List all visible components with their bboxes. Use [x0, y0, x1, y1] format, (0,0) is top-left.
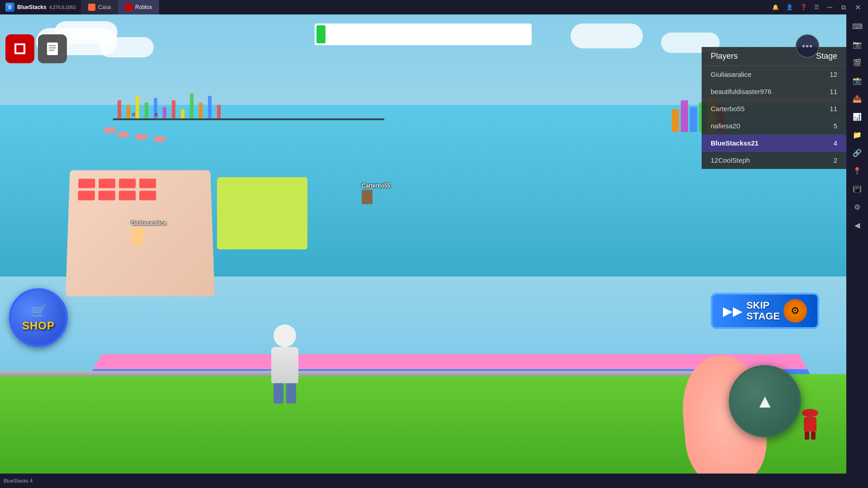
notification-icon[interactable]: 🔔: [769, 3, 782, 11]
skip-arrows-icon: ▶▶: [723, 304, 743, 319]
rs-1: [78, 179, 95, 188]
sidebar-icon-4[interactable]: 📸: [849, 72, 865, 89]
account-icon[interactable]: 👤: [783, 3, 796, 11]
sidebar-icon-2[interactable]: 📷: [849, 36, 865, 52]
x-mark-2: ✕: [154, 112, 158, 118]
bottombar-status: BlueStacks 4: [4, 478, 33, 483]
player-beautiful: beautifuldisaster976: [711, 88, 771, 95]
menu-icon[interactable]: ☰: [811, 3, 822, 11]
cloud-3: [99, 37, 154, 57]
player-carter: Carterbo55: [711, 105, 745, 113]
svg-rect-1: [16, 45, 24, 52]
block-red-3: [217, 105, 221, 118]
stage-beautiful: 11: [830, 88, 837, 95]
block-purple-1: [163, 107, 166, 118]
tab-roblox[interactable]: Roblox: [118, 0, 159, 14]
player-head: [274, 324, 296, 347]
stage-bluestacks: 4: [834, 139, 837, 147]
stage-giulia: 12: [830, 70, 837, 78]
scoreboard: Players Stage Giuliasaralice 12 beautifu…: [702, 47, 846, 169]
restore-button[interactable]: ⧉: [838, 3, 849, 12]
svg-rect-2: [47, 42, 58, 55]
titlebar: B BlueStacks 4.270.0.1053 Casa Roblox 🔔 …: [0, 0, 868, 14]
ground-border: [0, 371, 756, 376]
shop-button[interactable]: 🛒 SHOP: [9, 288, 68, 347]
notes-icon[interactable]: [38, 34, 67, 63]
rs-8: [139, 191, 156, 200]
close-button[interactable]: ✕: [851, 2, 864, 13]
bottombar: BlueStacks 4: [0, 474, 868, 488]
yellow-green-platform: [217, 177, 307, 249]
red-char-head: [802, 409, 818, 417]
block-orange-2: [199, 103, 203, 118]
giulia-player: Giuliasaralice: [131, 220, 166, 244]
block-green-1: [145, 103, 148, 118]
bluestacks-icon: B: [5, 3, 14, 12]
right-sidebar: ⌨ 📷 🎬 📸 📤 📊 📁 🔗 📍 📳 ⚙ ◀: [846, 14, 868, 474]
skip-stage-button[interactable]: ▶▶ SKIP STAGE ⚙: [711, 293, 819, 329]
block-yellow-2: [181, 109, 184, 118]
sidebar-icon-12[interactable]: ◀: [849, 217, 865, 233]
sidebar-icon-5[interactable]: 📤: [849, 90, 865, 107]
scoreboard-players-label: Players: [711, 52, 738, 61]
player-bluestacks: BlueStackss21: [711, 139, 759, 147]
topleft-icons: [5, 34, 67, 63]
scoreboard-row-coolsteph: 12CoolSteph 2: [702, 152, 846, 169]
red-squares-grid: [78, 179, 157, 201]
svg-rect-5: [49, 50, 54, 51]
more-options-button[interactable]: •••: [796, 34, 819, 58]
rs-6: [98, 191, 115, 200]
block-yellow-1: [136, 96, 139, 118]
scoreboard-header: Players Stage: [702, 47, 846, 66]
block-red-1: [118, 100, 121, 118]
sidebar-icon-7[interactable]: 📁: [849, 127, 865, 143]
pink-block-3: [136, 134, 147, 140]
stage-coolsteph: 2: [834, 156, 837, 164]
sidebar-icon-11[interactable]: ⚙: [849, 199, 865, 215]
scoreboard-row-carter: Carterbo55 11: [702, 100, 846, 117]
help-icon[interactable]: ❓: [797, 3, 810, 11]
main-player: [271, 347, 298, 383]
svg-rect-4: [49, 47, 56, 48]
player-leg-right: [286, 383, 296, 404]
progress-bar-fill: [316, 25, 326, 43]
block-far-purple: [681, 100, 688, 132]
bluestacks-title: BlueStacks: [17, 4, 47, 10]
tab-casa[interactable]: Casa: [81, 0, 118, 14]
player-coolsteph: 12CoolSteph: [711, 156, 750, 164]
sidebar-icon-9[interactable]: 📍: [849, 163, 865, 179]
roblox-logo-svg: [11, 40, 29, 58]
roblox-tab-icon: [125, 4, 132, 11]
player-leg-left: [274, 383, 283, 404]
casa-icon: [88, 4, 95, 11]
sidebar-icon-10[interactable]: 📳: [849, 181, 865, 197]
red-char-legs: [802, 432, 818, 440]
sidebar-icon-1[interactable]: ⌨: [849, 18, 865, 34]
block-far-blue: [690, 107, 697, 132]
block-green-2: [190, 94, 193, 118]
giulia-label: Giuliasaralice: [131, 220, 166, 226]
gear-symbol: ⚙: [791, 305, 800, 317]
pink-block-4: [154, 136, 165, 142]
red-character: [802, 409, 818, 440]
rs-3: [119, 179, 136, 188]
rs-7: [119, 191, 136, 200]
skip-stage-text-block: SKIP STAGE: [746, 300, 780, 322]
game-area: ✕ ✕: [0, 14, 846, 474]
block-red-2: [172, 100, 175, 118]
minimize-button[interactable]: ─: [824, 2, 836, 12]
sidebar-icon-6[interactable]: 📊: [849, 108, 865, 125]
rs-2: [99, 179, 115, 188]
carter-player: Carterbo55: [362, 183, 390, 204]
scoreboard-row-nafiesa: nafiesa20 5: [702, 117, 846, 135]
sidebar-icon-3[interactable]: 🎬: [849, 54, 865, 70]
sidebar-icon-8[interactable]: 🔗: [849, 145, 865, 161]
more-icon: •••: [802, 41, 813, 52]
cloud-4: [571, 23, 643, 48]
roblox-game-icon[interactable]: [5, 34, 34, 63]
giulia-body: [131, 227, 144, 244]
window-controls: 🔔 👤 ❓ ☰ ─ ⧉ ✕: [769, 2, 868, 13]
dpad-joystick[interactable]: ▲: [729, 365, 801, 437]
shop-icon: 🛒: [31, 304, 47, 319]
platform-base: [113, 118, 384, 120]
